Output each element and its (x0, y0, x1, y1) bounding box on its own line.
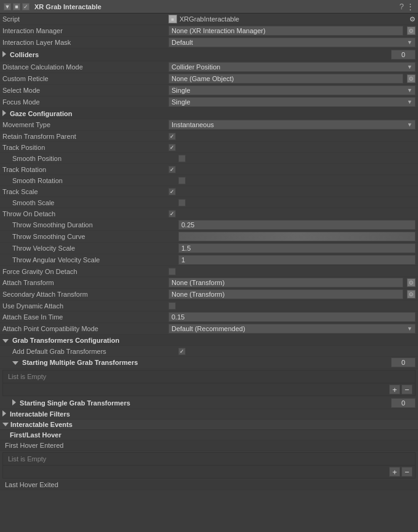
starting-multiple-grab-triangle-icon[interactable] (12, 361, 18, 365)
list-empty-label-1: List is Empty (3, 370, 415, 383)
focus-mode-dropdown[interactable]: Single ▼ (168, 97, 416, 107)
smooth-scale-checkbox[interactable] (178, 199, 186, 206)
throw-velocity-scale-input[interactable]: 1.5 (178, 243, 416, 253)
track-position-label: Track Position (2, 144, 168, 151)
track-scale-checkbox[interactable] (168, 188, 176, 195)
custom-reticle-label: Custom Reticle (2, 75, 168, 82)
throw-smoothing-curve-display[interactable] (178, 232, 416, 241)
gaze-config-row: Gaze Configuration (0, 108, 418, 119)
gaze-config-triangle-icon[interactable] (2, 110, 6, 116)
select-mode-label: Select Mode (2, 87, 168, 94)
interaction-manager-label: Interaction Manager (2, 27, 168, 34)
secondary-attach-transform-field[interactable]: None (Transform) (168, 289, 403, 299)
title-bar-right: ? ⋮ (400, 2, 414, 11)
throw-angular-velocity-scale-label: Throw Angular Velocity Scale (12, 256, 178, 264)
track-rotation-checkbox[interactable] (168, 166, 176, 173)
smooth-rotation-label: Smooth Rotation (12, 177, 178, 184)
attach-transform-field[interactable]: None (Transform) (168, 278, 403, 288)
throw-smoothing-duration-label: Throw Smoothing Duration (12, 221, 178, 229)
track-position-checkbox[interactable] (168, 144, 176, 151)
menu-icon[interactable]: ⋮ (406, 2, 414, 11)
starting-multiple-grab-count-badge: 0 (391, 358, 416, 367)
script-label: Script (2, 15, 168, 23)
interactable-events-triangle-icon[interactable] (2, 423, 9, 426)
movement-type-dropdown[interactable]: Instantaneous ▼ (168, 120, 416, 130)
select-mode-dropdown[interactable]: Single ▼ (168, 85, 416, 95)
focus-mode-arrow-icon: ▼ (407, 99, 412, 105)
curve-visual (179, 232, 415, 241)
throw-smoothing-curve-row: Throw Smoothing Curve (0, 231, 418, 243)
attach-ease-in-time-label: Attach Ease In Time (2, 313, 168, 321)
interaction-manager-field[interactable]: None (XR Interaction Manager) (168, 26, 403, 36)
add-default-grab-transformers-checkbox[interactable] (178, 348, 186, 355)
throw-angular-velocity-scale-input[interactable]: 1 (178, 255, 416, 265)
smooth-position-value (178, 155, 416, 162)
secondary-attach-transform-label: Secondary Attach Transform (2, 291, 168, 298)
distance-calc-dropdown[interactable]: Collider Position ▼ (168, 62, 416, 72)
arrow-icon[interactable]: ▼ (4, 3, 11, 10)
interaction-layer-mask-row: Interaction Layer Mask Default ▼ (0, 37, 418, 49)
select-mode-row: Select Mode Single ▼ (0, 85, 418, 96)
force-gravity-on-detach-checkbox[interactable] (168, 268, 176, 275)
script-row: Script ■ XRGrabInteractable ⚙ (0, 14, 418, 25)
last-hover-exited-row: Last Hover Exited (0, 480, 418, 490)
use-dynamic-attach-value (168, 302, 416, 310)
attach-ease-in-time-row: Attach Ease In Time 0.15 (0, 311, 418, 323)
list-add-button-1[interactable]: + (389, 385, 400, 394)
throw-on-detach-row: Throw On Detach (0, 208, 418, 219)
attach-point-compat-label: Attach Point Compatibility Mode (2, 325, 168, 332)
retain-transform-parent-checkbox[interactable] (168, 133, 176, 140)
custom-reticle-field[interactable]: None (Game Object) (168, 74, 403, 84)
title-bar: ▼ ■ ✓ XR Grab Interactable ? ⋮ (0, 0, 418, 14)
add-default-grab-transformers-value (178, 348, 416, 355)
focus-mode-row: Focus Mode Single ▼ (0, 96, 418, 108)
custom-reticle-value: None (Game Object) ⊙ (168, 74, 416, 84)
interactable-filters-triangle-icon[interactable] (2, 410, 6, 417)
throw-smoothing-curve-label: Throw Smoothing Curve (12, 233, 178, 240)
starting-single-grab-count: 0 (178, 398, 416, 408)
attach-ease-in-time-input[interactable]: 0.15 (168, 312, 416, 322)
track-rotation-value (168, 166, 416, 173)
focus-mode-label: Focus Mode (2, 98, 168, 106)
smooth-position-label: Smooth Position (12, 155, 178, 162)
title-bar-icons: ▼ ■ ✓ (4, 3, 30, 10)
list-remove-button-2[interactable]: − (401, 467, 412, 477)
throw-angular-velocity-scale-row: Throw Angular Velocity Scale 1 (0, 254, 418, 266)
starting-single-grab-triangle-icon[interactable] (12, 399, 16, 405)
smooth-rotation-checkbox[interactable] (178, 177, 186, 184)
throw-velocity-scale-row: Throw Velocity Scale 1.5 (0, 243, 418, 254)
custom-reticle-pick-icon[interactable]: ⊙ (407, 74, 416, 83)
interaction-manager-pick-icon[interactable]: ⊙ (407, 26, 416, 35)
use-dynamic-attach-checkbox[interactable] (168, 302, 176, 310)
attach-ease-in-time-value: 0.15 (168, 312, 416, 322)
interactable-events-header: Interactable Events (0, 420, 418, 430)
grab-transformers-config-row: Grab Transformers Configuration (0, 335, 418, 346)
script-file-icon: ■ (168, 15, 177, 23)
throw-smoothing-duration-input[interactable]: 0.25 (178, 220, 416, 230)
smooth-scale-label: Smooth Scale (12, 199, 178, 206)
dropdown-arrow-icon: ▼ (407, 39, 412, 45)
list-remove-button-1[interactable]: − (401, 385, 412, 394)
throw-smoothing-duration-value: 0.25 (178, 220, 416, 230)
smooth-position-checkbox[interactable] (178, 155, 186, 162)
attach-point-compat-dropdown[interactable]: Default (Recommended) ▼ (168, 324, 416, 334)
square-icon[interactable]: ■ (13, 3, 20, 10)
first-hover-entered-list: List is Empty + − (2, 452, 416, 479)
interactable-filters-row[interactable]: Interactable Filters (0, 409, 418, 420)
list-add-button-2[interactable]: + (389, 467, 400, 477)
interaction-layer-mask-dropdown[interactable]: Default ▼ (168, 37, 416, 47)
attach-point-compat-arrow-icon: ▼ (407, 326, 412, 332)
interaction-layer-mask-value: Default ▼ (168, 37, 416, 47)
colliders-triangle-icon[interactable] (2, 51, 6, 57)
attach-transform-pick-icon[interactable]: ⊙ (407, 278, 416, 287)
add-default-grab-transformers-row: Add Default Grab Transformers (0, 346, 418, 357)
script-settings-icon[interactable]: ⚙ (409, 15, 416, 23)
track-rotation-row: Track Rotation (0, 164, 418, 175)
throw-on-detach-checkbox[interactable] (168, 210, 176, 217)
grab-transformers-triangle-icon[interactable] (2, 339, 9, 343)
help-icon[interactable]: ? (400, 2, 404, 11)
interaction-layer-mask-label: Interaction Layer Mask (2, 39, 168, 46)
check-icon[interactable]: ✓ (22, 3, 30, 10)
list-footer-2: + − (3, 465, 415, 478)
secondary-attach-transform-pick-icon[interactable]: ⊙ (407, 290, 416, 299)
